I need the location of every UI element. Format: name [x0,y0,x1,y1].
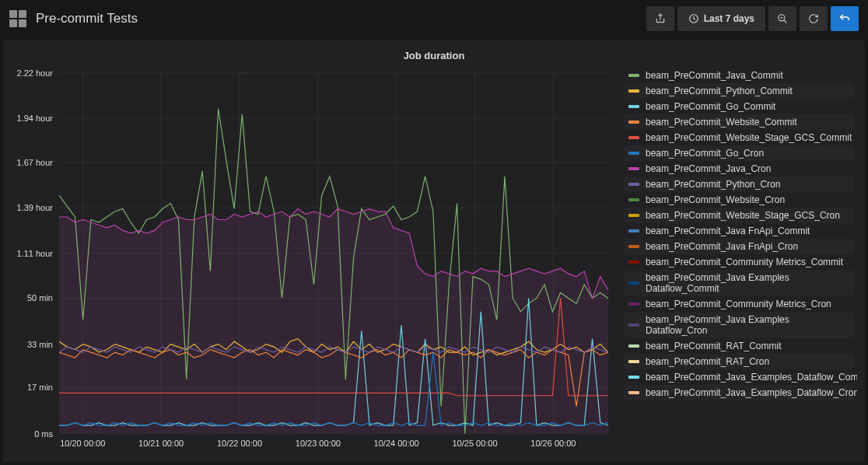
clock-icon [688,13,699,24]
chart-svg: 0 ms17 min33 min50 min1.11 hour1.39 hour… [11,68,613,453]
legend-swatch [628,376,639,379]
legend-swatch [628,198,639,201]
svg-text:10/23 00:00: 10/23 00:00 [296,439,341,448]
legend-label: beam_PreCommit_Website_Stage_GCS_Cron [646,210,840,221]
legend-item[interactable]: beam_PreCommit_Python_Cron [624,177,854,192]
legend-item[interactable]: beam_PreCommit_Java_Cron [624,161,854,177]
svg-text:1.11 hour: 1.11 hour [17,249,54,258]
legend-label: beam_PreCommit_Java_Commit [646,70,783,81]
legend-label: beam_PreCommit_Website_Commit [646,117,797,128]
legend-label: beam_PreCommit_Java FnApi_Cron [646,241,798,252]
legend-label: beam_PreCommit_Go_Commit [646,101,775,112]
legend-item[interactable]: beam_PreCommit_Community Metrics_Cron [624,296,854,312]
legend-label: beam_PreCommit_Java_Examples_Dataflow_Cr… [646,387,857,398]
legend-swatch [628,281,639,285]
legend-item[interactable]: beam_PreCommit_Java_Commit [624,68,854,83]
svg-text:10/25 00:00: 10/25 00:00 [452,439,497,448]
legend-label: beam_PreCommit_Community Metrics_Cron [646,299,831,309]
legend-label: beam_PreCommit_Website_Stage_GCS_Commit [646,132,852,143]
legend-swatch [628,105,639,108]
legend-item[interactable]: beam_PreCommit_Website_Cron [624,192,854,208]
zoom-out-button[interactable] [768,6,796,31]
time-range-button[interactable]: Last 7 days [677,6,765,31]
legend-label: beam_PreCommit_Java_Examples_Dataflow_Co… [646,372,857,383]
svg-text:2.22 hour: 2.22 hour [17,68,54,78]
legend-swatch [628,183,639,186]
legend-swatch [628,214,639,217]
svg-text:50 min: 50 min [27,293,53,302]
back-button[interactable] [831,6,859,31]
legend-swatch [628,344,639,348]
legend-swatch [628,302,639,306]
svg-text:1.67 hour: 1.67 hour [17,158,54,167]
legend-swatch [628,121,639,124]
legend: beam_PreCommit_Java_Commitbeam_PreCommit… [624,68,857,453]
legend-label: beam_PreCommit_RAT_Commit [646,341,782,351]
legend-swatch [628,391,639,394]
back-arrow-icon [838,12,851,25]
panel-title: Job duration [11,50,857,61]
legend-item[interactable]: beam_PreCommit_Python_Commit [624,83,854,99]
legend-item[interactable]: beam_PreCommit_Go_Commit [624,99,854,114]
legend-swatch [628,167,639,170]
svg-text:1.94 hour: 1.94 hour [17,114,54,123]
legend-label: beam_PreCommit_Java_Cron [646,163,771,174]
svg-text:10/22 00:00: 10/22 00:00 [217,439,262,448]
legend-label: beam_PreCommit_Java FnApi_Commit [646,226,810,236]
legend-swatch [628,89,639,93]
legend-swatch [628,323,639,327]
svg-text:10/24 00:00: 10/24 00:00 [374,439,419,448]
share-icon [655,13,666,24]
svg-text:17 min: 17 min [27,383,53,392]
legend-label: beam_PreCommit_Community Metrics_Commit [646,257,843,267]
zoom-out-icon [777,13,788,24]
legend-item[interactable]: beam_PreCommit_Java Examples Dataflow_Co… [624,270,854,296]
legend-swatch [628,152,639,155]
legend-label: beam_PreCommit_RAT_Cron [646,356,769,367]
svg-text:10/21 00:00: 10/21 00:00 [138,439,184,448]
legend-swatch [628,229,639,232]
legend-item[interactable]: beam_PreCommit_RAT_Cron [624,354,854,369]
svg-text:10/20 00:00: 10/20 00:00 [60,439,105,448]
legend-label: beam_PreCommit_Go_Cron [646,148,764,159]
svg-text:33 min: 33 min [27,340,53,349]
legend-swatch [628,74,639,77]
legend-item[interactable]: beam_PreCommit_Java Examples Dataflow_Cr… [624,312,854,338]
legend-label: beam_PreCommit_Java Examples Dataflow_Co… [646,272,849,294]
share-button[interactable] [646,6,674,31]
legend-item[interactable]: beam_PreCommit_Website_Stage_GCS_Cron [624,208,854,223]
legend-item[interactable]: beam_PreCommit_Go_Cron [624,145,854,161]
legend-item[interactable]: beam_PreCommit_Java FnApi_Commit [624,223,854,239]
svg-text:0 ms: 0 ms [34,429,53,439]
legend-swatch [628,136,639,139]
refresh-icon [808,13,819,24]
legend-swatch [628,245,639,248]
toolbar: Last 7 days [646,6,859,31]
legend-label: beam_PreCommit_Python_Commit [646,86,793,96]
refresh-button[interactable] [800,6,828,31]
legend-label: beam_PreCommit_Website_Cron [646,194,785,205]
legend-label: beam_PreCommit_Java Examples Dataflow_Cr… [646,314,849,336]
topbar: Pre-commit Tests Last 7 days [0,0,868,37]
chart-area[interactable]: 0 ms17 min33 min50 min1.11 hour1.39 hour… [11,68,613,453]
legend-item[interactable]: beam_PreCommit_Website_Commit [624,114,854,130]
time-range-label: Last 7 days [704,13,754,24]
chart-panel: Job duration 0 ms17 min33 min50 min1.11 … [3,40,865,462]
legend-item[interactable]: beam_PreCommit_Java_Examples_Dataflow_Co… [624,369,854,385]
legend-swatch [628,260,639,264]
legend-item[interactable]: beam_PreCommit_RAT_Commit [624,338,854,354]
legend-item[interactable]: beam_PreCommit_Community Metrics_Commit [624,254,854,270]
legend-item[interactable]: beam_PreCommit_Website_Stage_GCS_Commit [624,130,854,145]
legend-item[interactable]: beam_PreCommit_Java_Examples_Dataflow_Cr… [624,385,854,400]
legend-swatch [628,360,639,363]
svg-text:10/26 00:00: 10/26 00:00 [530,439,576,448]
legend-label: beam_PreCommit_Python_Cron [646,179,780,190]
page-title: Pre-commit Tests [36,11,138,26]
svg-text:1.39 hour: 1.39 hour [17,203,54,212]
dashboard-icon[interactable] [9,10,26,27]
legend-item[interactable]: beam_PreCommit_Java FnApi_Cron [624,239,854,254]
